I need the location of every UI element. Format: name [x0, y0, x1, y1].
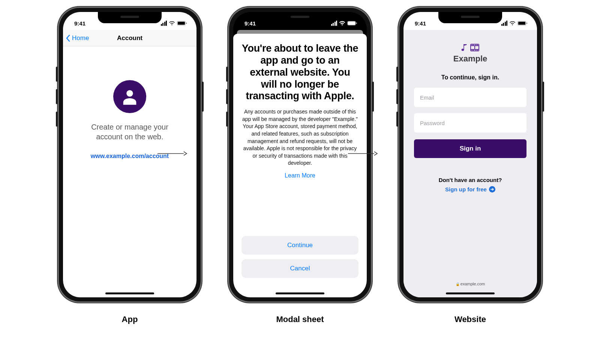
avatar-icon	[113, 80, 146, 113]
page-title: Account	[117, 34, 142, 42]
app-content: Create or manage your account on the web…	[63, 46, 196, 160]
battery-icon	[518, 21, 527, 25]
wifi-icon	[509, 21, 516, 25]
modal-title: You're about to leave the app and go to …	[242, 43, 358, 102]
notch	[98, 12, 162, 23]
battery-icon	[177, 21, 187, 25]
modal-body: Any accounts or purchases made outside o…	[242, 108, 358, 167]
home-indicator	[105, 292, 154, 294]
status-time: 9:41	[244, 20, 256, 27]
wifi-icon	[169, 21, 175, 25]
domain-label: example.com	[460, 282, 485, 286]
no-account-label: Don't have an account?	[414, 177, 526, 183]
account-web-link[interactable]: www.example.com/account	[91, 153, 169, 159]
navigation-bar: Home Account	[63, 30, 196, 46]
password-field[interactable]	[414, 113, 526, 133]
home-indicator	[446, 292, 495, 294]
back-button[interactable]: Home	[66, 30, 89, 46]
address-bar: 🔒example.com	[404, 282, 537, 286]
svg-rect-5	[356, 22, 357, 24]
home-indicator	[276, 292, 324, 294]
status-time: 9:41	[415, 20, 426, 27]
chevron-left-icon	[66, 34, 70, 42]
back-label: Home	[72, 34, 89, 42]
svg-rect-8	[526, 22, 527, 24]
cellular-icon	[501, 21, 508, 26]
lock-icon: 🔒	[456, 282, 460, 286]
arrow-right-circle-icon: ➔	[489, 186, 495, 192]
svg-rect-1	[178, 22, 185, 25]
flow-arrow-icon	[158, 150, 184, 151]
brand-name: Example	[414, 54, 526, 64]
svg-rect-7	[518, 22, 525, 25]
svg-rect-2	[186, 22, 187, 24]
cellular-icon	[161, 21, 167, 26]
notch	[438, 12, 502, 23]
caption-modal: Modal sheet	[276, 315, 324, 324]
wifi-icon	[339, 21, 345, 25]
battery-icon	[347, 21, 357, 25]
film-icon	[470, 44, 479, 51]
caption-website: Website	[454, 315, 486, 324]
signin-button[interactable]: Sign in	[414, 139, 526, 158]
cellular-icon	[331, 21, 338, 26]
svg-rect-4	[348, 22, 355, 25]
status-time: 9:41	[74, 20, 86, 27]
phone-website: 9:41 Example To continue, sign in.	[398, 7, 542, 303]
website-content: Example To continue, sign in. Sign in Do…	[404, 30, 537, 297]
continue-button[interactable]: Continue	[242, 236, 358, 255]
signin-prompt: To continue, sign in.	[414, 74, 526, 81]
signup-label: Sign up for free	[445, 186, 487, 192]
brand-logo	[414, 43, 526, 52]
notch	[268, 12, 332, 23]
cancel-button[interactable]: Cancel	[242, 259, 358, 278]
flow-arrow-icon	[348, 150, 374, 151]
modal-sheet: You're about to leave the app and go to …	[233, 34, 367, 297]
account-message: Create or manage your account on the web…	[81, 122, 178, 142]
signup-link[interactable]: Sign up for free ➔	[445, 186, 495, 192]
email-field[interactable]	[414, 88, 526, 107]
caption-app: App	[122, 315, 138, 324]
music-note-icon	[461, 43, 468, 52]
learn-more-link[interactable]: Learn More	[242, 172, 358, 179]
